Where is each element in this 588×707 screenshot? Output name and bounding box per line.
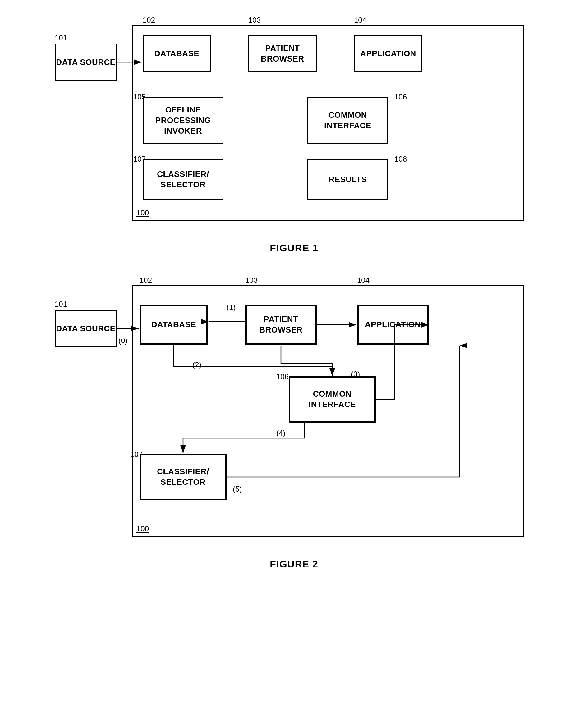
- common-interface-box-fig2: COMMON INTERFACE: [289, 376, 376, 423]
- database-label-fig1: DATABASE: [155, 48, 199, 59]
- page: DATA SOURCE 101 DATABASE PATIENT BROWSER…: [19, 12, 569, 570]
- ref-102-fig2: 102: [139, 276, 152, 285]
- step5-fig2: (5): [233, 485, 242, 494]
- application-box-fig1: APPLICATION: [354, 35, 422, 72]
- classifier-label-fig2: CLASSIFIER/ SELECTOR: [157, 467, 209, 487]
- common-interface-label-fig1: COMMON INTERFACE: [324, 110, 371, 131]
- outer-box-fig1: DATABASE PATIENT BROWSER APPLICATION OFF…: [132, 25, 524, 221]
- classifier-box-fig1: CLASSIFIER/ SELECTOR: [143, 160, 224, 200]
- patient-browser-box-fig2: PATIENT BROWSER: [245, 305, 317, 345]
- ref-100-fig2: 100: [136, 525, 149, 533]
- step4-fig2: (4): [276, 429, 285, 438]
- ref-100-fig1: 100: [136, 208, 149, 217]
- application-box-fig2: APPLICATION: [357, 305, 429, 345]
- database-label-fig2: DATABASE: [151, 319, 196, 330]
- figure1-container: DATA SOURCE 101 DATABASE PATIENT BROWSER…: [45, 12, 543, 254]
- classifier-label-fig1: CLASSIFIER/ SELECTOR: [157, 169, 209, 190]
- classifier-box-fig2: CLASSIFIER/ SELECTOR: [139, 454, 227, 500]
- ref-104-fig1: 104: [354, 16, 366, 25]
- results-label-fig1: RESULTS: [329, 174, 367, 185]
- datasource-label-fig1: DATA SOURCE: [56, 58, 115, 67]
- patient-browser-box-fig1: PATIENT BROWSER: [248, 35, 317, 72]
- application-label-fig2: APPLICATION: [365, 319, 421, 330]
- ref-101-fig2: 101: [55, 300, 67, 309]
- datasource-box-fig2: DATA SOURCE: [55, 310, 117, 347]
- offline-box-fig1: OFFLINE PROCESSING INVOKER: [143, 97, 224, 144]
- datasource-label-fig2: DATA SOURCE: [56, 324, 115, 333]
- ref-106-fig2: 106: [276, 372, 289, 381]
- step0-fig2: (0): [119, 336, 127, 345]
- ref-103-fig1: 103: [248, 16, 261, 25]
- figure2-label: FIGURE 2: [45, 559, 543, 570]
- ref-108-fig1: 108: [394, 155, 407, 164]
- ref-101-fig1: 101: [55, 34, 67, 42]
- step3-fig2: (3): [351, 370, 360, 378]
- common-interface-label-fig2: COMMON INTERFACE: [308, 389, 356, 410]
- patient-browser-label-fig2: PATIENT BROWSER: [259, 314, 302, 335]
- datasource-box-fig1: DATA SOURCE: [55, 43, 117, 81]
- results-box-fig1: RESULTS: [307, 160, 388, 200]
- figure1-label: FIGURE 1: [45, 242, 543, 254]
- common-interface-box-fig1: COMMON INTERFACE: [307, 97, 388, 144]
- step1-fig2: (1): [227, 303, 236, 312]
- ref-105-fig1: 105: [133, 93, 146, 101]
- ref-106-fig1: 106: [394, 93, 407, 101]
- ref-102-fig1: 102: [143, 16, 155, 25]
- ref-107-fig2: 107: [130, 450, 143, 459]
- database-box-fig2: DATABASE: [139, 305, 208, 345]
- step2-fig2: (2): [192, 361, 201, 369]
- application-label-fig1: APPLICATION: [360, 48, 416, 59]
- patient-browser-label-fig1: PATIENT BROWSER: [261, 43, 304, 64]
- offline-label-fig1: OFFLINE PROCESSING INVOKER: [155, 105, 211, 136]
- ref-104-fig2: 104: [357, 276, 369, 285]
- figure2-container: DATA SOURCE 101 DATABASE PATIENT BROWSER…: [45, 273, 543, 570]
- database-box-fig1: DATABASE: [143, 35, 211, 72]
- ref-107-fig1: 107: [133, 155, 146, 164]
- ref-103-fig2: 103: [245, 276, 258, 285]
- outer-box-fig2: DATABASE PATIENT BROWSER APPLICATION COM…: [132, 285, 524, 537]
